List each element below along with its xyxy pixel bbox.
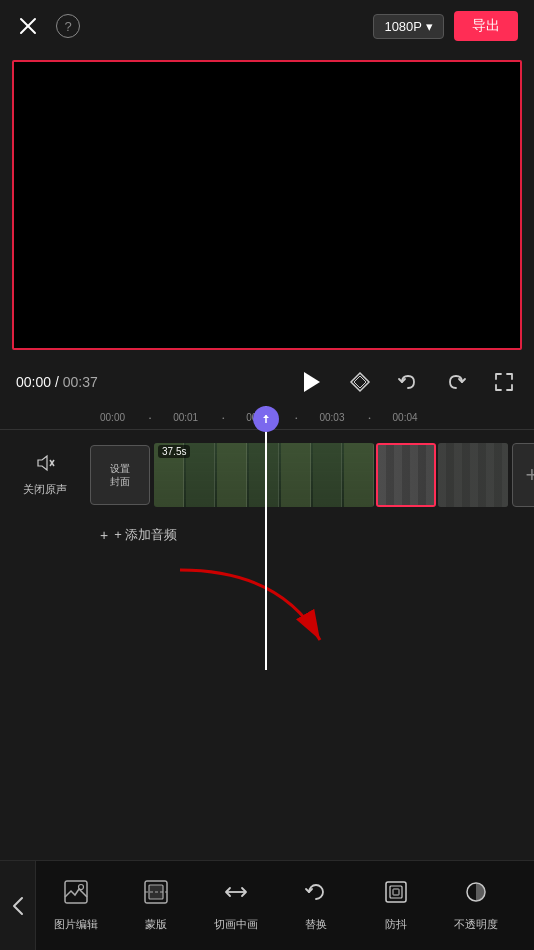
clip-duration-badge: 37.5s: [158, 445, 190, 458]
scene-frame-5: [281, 443, 311, 507]
video-preview: [12, 60, 522, 350]
scene-frame-4: [249, 443, 279, 507]
fullscreen-icon: [493, 371, 515, 393]
ruler-dot-1: •: [149, 415, 173, 421]
close-icon: [19, 17, 37, 35]
track-label: 关闭原声: [0, 453, 90, 497]
keyframe-icon: [349, 371, 371, 393]
help-button[interactable]: ?: [56, 14, 80, 38]
volume-off-icon: [35, 453, 55, 473]
toolbar-item-meng-ban[interactable]: 蒙版: [116, 861, 196, 951]
export-button[interactable]: 导出: [454, 11, 518, 41]
image-edit-icon: [63, 879, 89, 911]
ruler-dot-2: •: [222, 415, 246, 421]
toolbar-item-pip[interactable]: 切画中画: [196, 861, 276, 951]
meng-ban-svg: [143, 879, 169, 905]
timeline-ruler: 00:00 • 00:01 • 00:02 • 00:03 • 00:04: [0, 406, 534, 430]
toolbar-nav-left[interactable]: [0, 861, 36, 951]
toolbar-label-opacity: 不透明度: [454, 917, 498, 932]
bottom-toolbar: 图片编辑 蒙版 切画中画: [0, 860, 534, 950]
nav-left-icon: [10, 894, 26, 918]
track-label-text: 关闭原声: [23, 482, 67, 497]
svg-rect-18: [390, 886, 402, 898]
track-content: 设置封面 37.5s: [90, 440, 534, 510]
clip-selected-inner: [378, 445, 434, 505]
toolbar-item-image-edit[interactable]: 图片编辑: [36, 861, 116, 951]
scene-frame-6: [313, 443, 343, 507]
close-button[interactable]: [16, 14, 40, 38]
image-edit-svg: [63, 879, 89, 905]
ruler-label-1: 00:01: [173, 412, 222, 423]
resolution-button[interactable]: 1080P ▾: [373, 14, 444, 39]
add-audio-label: + 添加音频: [114, 526, 177, 544]
replace-svg: [303, 879, 329, 905]
toolbar-label-meng-ban: 蒙版: [145, 917, 167, 932]
time-current: 00:00: [16, 374, 51, 390]
ruler-label-4: 00:04: [393, 412, 442, 423]
pip-icon: [223, 879, 249, 911]
toolbar-items: 图片编辑 蒙版 切画中画: [36, 861, 534, 951]
keyframe-button[interactable]: [346, 368, 374, 396]
toolbar-item-stabilize[interactable]: 防抖: [356, 861, 436, 951]
time-display: 00:00 / 00:37: [16, 374, 116, 390]
volume-icon: [35, 453, 55, 478]
play-button[interactable]: [294, 366, 326, 398]
opacity-svg: [463, 879, 489, 905]
controls-row: 00:00 / 00:37: [0, 358, 534, 406]
add-audio-icon: +: [100, 527, 108, 543]
video-clips-row: 37.5s +: [154, 443, 534, 507]
svg-rect-11: [65, 881, 87, 903]
toolbar-item-replace[interactable]: 替换: [276, 861, 356, 951]
play-icon: [296, 368, 324, 396]
stabilize-icon: [383, 879, 409, 911]
top-bar-left: ?: [16, 14, 80, 38]
video-clip-selected[interactable]: [376, 443, 436, 507]
video-clip-extra[interactable]: [438, 443, 508, 507]
svg-rect-17: [386, 882, 406, 902]
svg-marker-2: [304, 372, 320, 392]
ruler-label-0: 00:00: [100, 412, 149, 423]
clip-extra-inner: [438, 443, 508, 507]
svg-point-12: [79, 885, 84, 890]
scene-frame-3: [217, 443, 247, 507]
top-bar: ? 1080P ▾ 导出: [0, 0, 534, 52]
toolbar-label-image-edit: 图片编辑: [54, 917, 98, 932]
undo-icon: [397, 371, 419, 393]
toolbar-label-stabilize: 防抖: [385, 917, 407, 932]
redo-button[interactable]: [442, 368, 470, 396]
ruler-label-2: 00:02: [246, 412, 295, 423]
pip-svg: [223, 879, 249, 905]
ruler-marks: 00:00 • 00:01 • 00:02 • 00:03 • 00:04: [100, 412, 442, 423]
undo-button[interactable]: [394, 368, 422, 396]
track-area: 关闭原声 设置封面 37.5s: [0, 430, 534, 520]
svg-rect-19: [393, 889, 399, 895]
toolbar-label-pip: 切画中画: [214, 917, 258, 932]
cover-clip[interactable]: 设置封面: [90, 445, 150, 505]
toolbar-label-replace: 替换: [305, 917, 327, 932]
scene-frame-2: [186, 443, 216, 507]
opacity-icon: [463, 879, 489, 911]
cover-label: 设置封面: [110, 462, 130, 488]
timeline-wrapper: 00:00 • 00:01 • 00:02 • 00:03 • 00:04: [0, 406, 534, 670]
meng-ban-icon: [143, 879, 169, 911]
timeline-spacer: [0, 550, 534, 670]
fullscreen-button[interactable]: [490, 368, 518, 396]
control-icons: [294, 366, 518, 398]
video-clip-main[interactable]: 37.5s: [154, 443, 374, 507]
scene-frame-7: [344, 443, 374, 507]
top-bar-right: 1080P ▾ 导出: [373, 11, 518, 41]
replace-icon: [303, 879, 329, 911]
add-audio-row[interactable]: + + 添加音频: [0, 520, 534, 550]
redo-icon: [445, 371, 467, 393]
svg-marker-7: [38, 456, 47, 470]
time-total: 00:37: [63, 374, 98, 390]
add-clip-button[interactable]: +: [512, 443, 534, 507]
ruler-dot-4: •: [368, 415, 392, 421]
ruler-dot-3: •: [295, 415, 319, 421]
toolbar-item-opacity[interactable]: 不透明度: [436, 861, 516, 951]
stabilize-svg: [383, 879, 409, 905]
ruler-label-3: 00:03: [319, 412, 368, 423]
red-arrow: [80, 550, 380, 660]
